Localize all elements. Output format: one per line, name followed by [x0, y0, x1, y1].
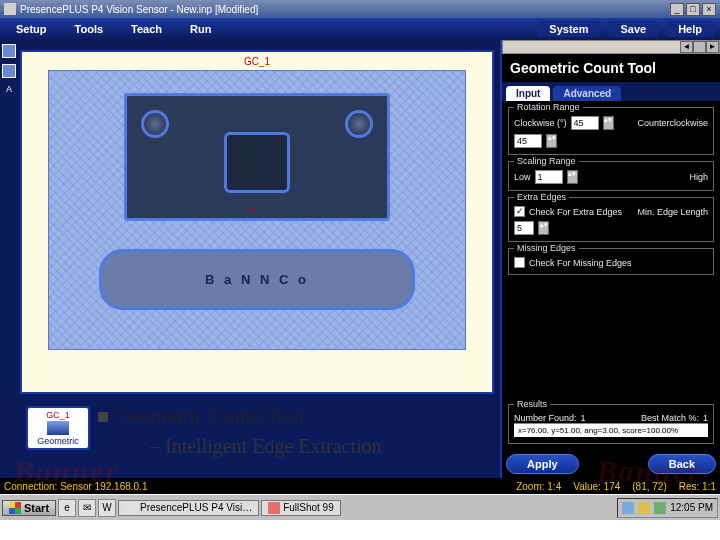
min-edge-input[interactable] — [514, 221, 534, 235]
window-title: PresencePLUS P4 Vision Sensor - New.inp … — [20, 4, 670, 15]
menu-setup[interactable]: Setup — [2, 21, 61, 37]
minimize-button[interactable]: _ — [670, 3, 684, 16]
menu-system[interactable]: System — [537, 21, 600, 37]
side-tool-icon[interactable] — [2, 64, 16, 78]
missing-chk-label: Check For Missing Edges — [529, 258, 632, 268]
min-edge-spinner[interactable]: ▴▾ — [538, 221, 549, 235]
found-label: Number Found: — [514, 413, 577, 423]
windows-taskbar: Start e ✉ W PresencePLUS P4 Visi… FullSh… — [0, 494, 720, 520]
legend-scaling: Scaling Range — [514, 156, 579, 166]
best-value: 1 — [703, 413, 708, 423]
tray-icon[interactable] — [654, 502, 666, 514]
ccw-input[interactable] — [514, 134, 542, 148]
tab-input[interactable]: Input — [506, 86, 550, 101]
slide-sub: – Intelligent Edge Extraction — [150, 435, 488, 458]
legend-rotation: Rotation Range — [514, 102, 583, 112]
legend-missing: Missing Edges — [514, 243, 579, 253]
menu-run[interactable]: Run — [176, 21, 225, 37]
apply-button[interactable]: Apply — [506, 454, 579, 474]
tool-panel: ◄ ► Geometric Count Tool Input Advanced … — [500, 40, 720, 478]
menu-teach[interactable]: Teach — [117, 21, 176, 37]
ccw-spinner[interactable]: ▴▾ — [546, 134, 557, 148]
scroll-thumb[interactable] — [693, 41, 706, 53]
tool-chip-icon — [47, 421, 69, 435]
task-label: FullShot 99 — [283, 502, 334, 513]
quicklaunch-icon[interactable]: e — [58, 499, 76, 517]
extra-checkbox[interactable]: ✓ — [514, 206, 525, 217]
tab-advanced[interactable]: Advanced — [553, 86, 621, 101]
taskbar-item[interactable]: FullShot 99 — [261, 500, 341, 516]
menu-save[interactable]: Save — [608, 21, 658, 37]
left-toolbar: A — [0, 40, 18, 478]
group-results: Results Number Found: 1 Best Match %: 1 … — [508, 404, 714, 444]
group-missing-edges: Missing Edges Check For Missing Edges — [508, 248, 714, 275]
quicklaunch-icon[interactable]: W — [98, 499, 116, 517]
cw-label: Clockwise (°) — [514, 118, 567, 128]
start-button[interactable]: Start — [2, 500, 56, 516]
cw-spinner[interactable]: ▴▾ — [603, 116, 614, 130]
tool-chip-name: Geometric — [37, 436, 79, 446]
menu-help[interactable]: Help — [666, 21, 714, 37]
window-titlebar: PresencePLUS P4 Vision Sensor - New.inp … — [0, 0, 720, 18]
scale-high-label: High — [689, 172, 708, 182]
vision-image[interactable]: + B a N N C o — [48, 70, 466, 350]
vision-canvas-frame: GC_1 + B a N N C o — [20, 50, 494, 394]
side-tool-icon[interactable] — [2, 44, 16, 58]
slide-caption: Geometric Count Tool – Intelligent Edge … — [98, 398, 488, 458]
min-edge-label: Min. Edge Length — [637, 207, 708, 217]
app-icon — [4, 3, 16, 15]
group-scaling: Scaling Range Low ▴▾ High — [508, 161, 714, 191]
tool-chip[interactable]: GC_1 Geometric — [26, 406, 90, 450]
status-res: Res: 1:1 — [679, 481, 716, 492]
cw-input[interactable] — [571, 116, 599, 130]
scale-low-spinner[interactable]: ▴▾ — [567, 170, 578, 184]
found-value: 1 — [581, 413, 586, 423]
status-zoom: Zoom: 1:4 — [516, 481, 561, 492]
extra-chk-label: Check For Extra Edges — [529, 207, 622, 217]
bolt-left-icon — [141, 110, 169, 138]
taskbar-item[interactable]: PresencePLUS P4 Visi… — [118, 500, 259, 516]
scroll-right-icon[interactable]: ► — [706, 41, 719, 53]
ccw-label: Counterclockwise — [637, 118, 708, 128]
result-readout: x=76.00, y=51.00, ang=3.00, score=100.00… — [514, 423, 708, 437]
close-button[interactable]: × — [702, 3, 716, 16]
tray-icon[interactable] — [638, 502, 650, 514]
group-rotation: Rotation Range Clockwise (°) ▴▾ Counterc… — [508, 107, 714, 155]
menu-tools[interactable]: Tools — [61, 21, 118, 37]
legend-results: Results — [514, 399, 550, 409]
status-bar: Connection: Sensor 192.168.0.1 Zoom: 1:4… — [0, 478, 720, 494]
bullet-square-icon — [98, 412, 108, 422]
tool-prefix: A: — [26, 452, 35, 463]
missing-checkbox[interactable] — [514, 257, 525, 268]
group-extra-edges: Extra Edges ✓ Check For Extra Edges Min.… — [508, 197, 714, 242]
panel-title: Geometric Count Tool — [502, 54, 720, 82]
roi-label: GC_1 — [244, 56, 270, 67]
legend-extra: Extra Edges — [514, 192, 569, 202]
quicklaunch-icon[interactable]: ✉ — [78, 499, 96, 517]
windows-logo-icon — [9, 502, 21, 514]
back-button[interactable]: Back — [648, 454, 716, 474]
best-label: Best Match %: — [641, 413, 699, 423]
side-label: A — [6, 84, 12, 94]
app-icon — [268, 502, 280, 514]
nameplate: B a N N C o — [99, 249, 415, 310]
status-connection: Connection: Sensor 192.168.0.1 — [4, 481, 147, 492]
center-shape — [224, 132, 291, 193]
tool-chip-label: GC_1 — [46, 410, 70, 420]
maximize-button[interactable]: □ — [686, 3, 700, 16]
tray-icon[interactable] — [622, 502, 634, 514]
clock: 12:05 PM — [670, 502, 713, 513]
task-label: PresencePLUS P4 Visi… — [140, 502, 252, 513]
scale-low-label: Low — [514, 172, 531, 182]
status-coord: (81, 72) — [632, 481, 666, 492]
slide-bullet: Geometric Count Tool — [116, 404, 304, 429]
main-menubar: Setup Tools Teach Run System Save Help — [0, 18, 720, 40]
app-icon — [125, 502, 137, 514]
scroll-left-icon[interactable]: ◄ — [680, 41, 693, 53]
scale-low-input[interactable] — [535, 170, 563, 184]
roi-marker: + — [249, 204, 255, 215]
status-value: Value: 174 — [573, 481, 620, 492]
panel-scrollbar[interactable]: ◄ ► — [502, 40, 720, 54]
start-label: Start — [24, 502, 49, 514]
system-tray[interactable]: 12:05 PM — [617, 498, 718, 518]
